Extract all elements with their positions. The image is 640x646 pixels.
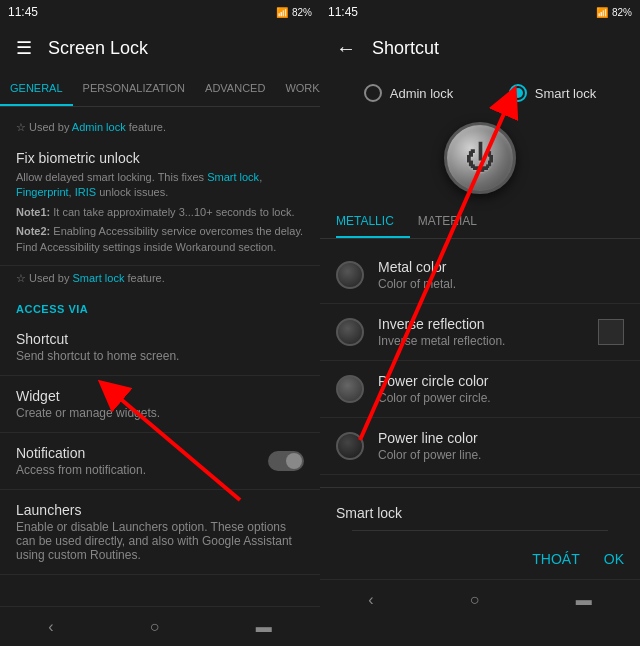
smart-lock-section-label: Smart lock: [336, 505, 402, 521]
widget-item[interactable]: Widget Create or manage widgets.: [0, 376, 320, 433]
power-button[interactable]: ⏻: [444, 122, 516, 194]
power-icon-container: ⏻: [320, 114, 640, 206]
smart-lock-radio[interactable]: [509, 84, 527, 102]
inverse-reflection-option[interactable]: Inverse reflection Inverse metal reflect…: [320, 304, 640, 361]
shortcut-page-title: Shortcut: [372, 38, 439, 59]
workaround-link[interactable]: Workaround: [176, 241, 236, 253]
access-via-label: ACCESS VIA: [0, 291, 320, 319]
tab-general[interactable]: GENERAL: [0, 72, 73, 106]
material-tabs: METALLIC MATERIAL: [320, 206, 640, 239]
power-line-desc: Color of power line.: [378, 448, 624, 462]
iris-link[interactable]: IRIS: [75, 186, 96, 198]
shortcut-item[interactable]: Shortcut Send shortcut to home screen.: [0, 319, 320, 376]
tab-advanced[interactable]: ADVANCED: [195, 72, 275, 106]
inverse-reflection-title: Inverse reflection: [378, 316, 584, 332]
ok-button[interactable]: OK: [604, 551, 624, 567]
inverse-reflection-swatch[interactable]: [336, 318, 364, 346]
accessibility-link1[interactable]: Accessibility: [99, 225, 159, 237]
metal-color-option[interactable]: Metal color Color of metal.: [320, 247, 640, 304]
notification-item: Notification Access from notification.: [0, 433, 320, 490]
google-assistant-link[interactable]: Google Assistant: [202, 534, 292, 548]
launchers-item[interactable]: Launchers Enable or disable Launchers op…: [0, 490, 320, 575]
options-list: Metal color Color of metal. Inverse refl…: [320, 239, 640, 483]
notification-toggle[interactable]: [268, 451, 304, 471]
screen-lock-title: Screen Lock: [48, 38, 148, 59]
power-circle-title: Power circle color: [378, 373, 624, 389]
smart-lock-link2[interactable]: Smart lock: [72, 272, 124, 284]
action-row: THOÁT OK: [320, 539, 640, 579]
notification-row: Notification Access from notification.: [16, 445, 304, 477]
recent-btn-left[interactable]: ▬: [256, 618, 272, 636]
admin-lock-label: Admin lock: [390, 86, 454, 101]
home-btn-right[interactable]: ○: [470, 591, 480, 609]
inverse-reflection-desc: Inverse metal reflection.: [378, 334, 584, 348]
notification-text: Notification Access from notification.: [16, 445, 146, 477]
tab-workaround[interactable]: WORKAROU: [275, 72, 320, 106]
tab-personalization[interactable]: PERSONALIZATION: [73, 72, 195, 106]
fingerprint-link[interactable]: Fingerprint: [16, 186, 69, 198]
shortcut-title: Shortcut: [16, 331, 304, 347]
power-line-title: Power line color: [378, 430, 624, 446]
inverse-reflection-preview: [598, 319, 624, 345]
right-panel: 11:45 📶 82% ← Shortcut Admin lock Smart …: [320, 0, 640, 646]
power-line-swatch[interactable]: [336, 432, 364, 460]
metal-color-title: Metal color: [378, 259, 624, 275]
tabs-bar-left: GENERAL PERSONALIZATION ADVANCED WORKARO…: [0, 72, 320, 107]
power-line-color-option[interactable]: Power line color Color of power line.: [320, 418, 640, 475]
accessibility-link2[interactable]: Accessibility settings: [40, 241, 141, 253]
time-right: 11:45: [328, 5, 358, 19]
admin-lock-link[interactable]: Admin lock: [72, 121, 126, 133]
power-circle-text: Power circle color Color of power circle…: [378, 373, 624, 405]
smart-lock-section: Smart lock: [320, 487, 640, 539]
metal-color-text: Metal color Color of metal.: [378, 259, 624, 291]
recent-btn-right[interactable]: ▬: [576, 591, 592, 609]
smart-lock-link1[interactable]: Smart lock: [207, 171, 259, 183]
notification-desc: Access from notification.: [16, 463, 146, 477]
launchers-link[interactable]: Launchers: [112, 520, 168, 534]
back-icon-right[interactable]: ←: [336, 37, 356, 60]
inverse-reflection-text: Inverse reflection Inverse metal reflect…: [378, 316, 584, 348]
time-left: 11:45: [8, 5, 38, 19]
metal-color-desc: Color of metal.: [378, 277, 624, 291]
admin-lock-option[interactable]: Admin lock: [364, 84, 454, 102]
used-by-admin: ☆ Used by Admin lock feature.: [0, 115, 320, 140]
widget-desc: Create or manage widgets.: [16, 406, 304, 420]
wifi-icon: 📶: [596, 7, 608, 18]
back-btn-right[interactable]: ‹: [368, 591, 373, 609]
power-circle-desc: Color of power circle.: [378, 391, 624, 405]
note1: Note1: It can take approximately 3...10+…: [16, 205, 304, 220]
battery-icon-right: 82%: [612, 7, 632, 18]
power-circle-color-option[interactable]: Power circle color Color of power circle…: [320, 361, 640, 418]
status-bar-left: 11:45 📶 82%: [0, 0, 320, 24]
smart-lock-option[interactable]: Smart lock: [509, 84, 596, 102]
admin-lock-radio[interactable]: [364, 84, 382, 102]
power-circle-swatch[interactable]: [336, 375, 364, 403]
fix-biometric-title: Fix biometric unlock: [16, 150, 304, 166]
battery-icon-left: 82%: [292, 7, 312, 18]
bottom-nav-right: ‹ ○ ▬: [320, 579, 640, 619]
tab-metallic[interactable]: METALLIC: [336, 206, 410, 238]
status-icons-right: 📶 82%: [596, 7, 632, 18]
note1-label: Note1:: [16, 206, 50, 218]
status-bar-right: 11:45 📶 82%: [320, 0, 640, 24]
smart-lock-divider: [352, 530, 608, 531]
status-icons-left: 📶 82%: [276, 7, 312, 18]
power-line-text: Power line color Color of power line.: [378, 430, 624, 462]
smart-lock-label: Smart lock: [535, 86, 596, 101]
back-btn-left[interactable]: ‹: [48, 618, 53, 636]
fix-biometric-section: Fix biometric unlock Allow delayed smart…: [0, 140, 320, 266]
menu-icon[interactable]: ☰: [16, 37, 32, 59]
cancel-button[interactable]: THOÁT: [532, 551, 579, 567]
routines-link[interactable]: Routines: [90, 548, 137, 562]
tab-material[interactable]: MATERIAL: [418, 206, 493, 238]
launchers-title: Launchers: [16, 502, 304, 518]
signal-icon: 📶: [276, 7, 288, 18]
header-left: ☰ Screen Lock: [0, 24, 320, 72]
left-scroll-content: ☆ Used by Admin lock feature. Fix biomet…: [0, 107, 320, 606]
widget-title: Widget: [16, 388, 304, 404]
launchers-desc: Enable or disable Launchers option. Thes…: [16, 520, 304, 562]
note2-label: Note2:: [16, 225, 50, 237]
fix-biometric-desc: Allow delayed smart locking. This fixes …: [16, 170, 304, 201]
home-btn-left[interactable]: ○: [150, 618, 160, 636]
metal-color-swatch[interactable]: [336, 261, 364, 289]
